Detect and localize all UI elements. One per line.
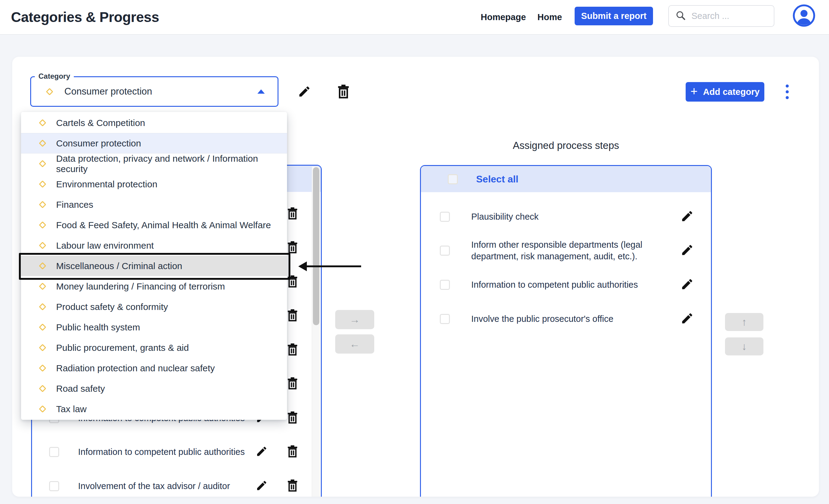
category-diamond-icon bbox=[39, 262, 46, 269]
nav-link-home[interactable]: Home bbox=[537, 0, 562, 34]
step-checkbox[interactable] bbox=[440, 212, 450, 222]
search-box[interactable] bbox=[668, 5, 774, 27]
assigned-steps-heading: Assigned process steps bbox=[420, 140, 712, 153]
select-all-checkbox[interactable] bbox=[448, 174, 458, 184]
dropdown-option[interactable]: Product safety & conformity bbox=[21, 296, 287, 317]
category-diamond-icon bbox=[39, 242, 46, 249]
category-diamond-icon bbox=[39, 405, 46, 412]
dropdown-option[interactable]: Data protection, privacy and network / I… bbox=[21, 153, 287, 174]
dropdown-option[interactable]: Road safety bbox=[21, 378, 287, 399]
annotation-arrow bbox=[305, 265, 361, 267]
pencil-icon bbox=[298, 95, 311, 99]
assigned-step-row: Involve the public prosecutor's office bbox=[421, 307, 711, 330]
category-diamond-icon bbox=[39, 385, 46, 392]
step-label: Information to competent public authorit… bbox=[471, 279, 673, 290]
chevron-up-icon[interactable] bbox=[257, 89, 265, 94]
category-diamond-icon bbox=[39, 323, 46, 331]
more-options-kebab-icon[interactable] bbox=[786, 83, 789, 101]
step-label: Information to competent public authorit… bbox=[78, 447, 249, 457]
delete-step-button[interactable] bbox=[286, 309, 299, 323]
edit-step-button[interactable] bbox=[256, 445, 268, 459]
nav-link-homepage[interactable]: Homepage bbox=[481, 0, 526, 34]
dropdown-option[interactable]: Public procurement, grants & aid bbox=[21, 337, 287, 358]
delete-step-button[interactable] bbox=[286, 241, 299, 255]
edit-step-button[interactable] bbox=[681, 278, 694, 292]
dropdown-option[interactable]: Finances bbox=[21, 194, 287, 215]
dropdown-option-selected[interactable]: Consumer protection bbox=[21, 133, 287, 153]
edit-category-button[interactable] bbox=[298, 85, 311, 99]
left-panel-scrollbar-track[interactable] bbox=[312, 167, 320, 497]
assigned-step-row: Information to competent public authorit… bbox=[421, 273, 711, 296]
delete-category-button[interactable] bbox=[336, 84, 351, 100]
step-row: Involvement of the tax advisor / auditor bbox=[32, 475, 321, 497]
delete-step-button[interactable] bbox=[286, 207, 299, 221]
edit-step-button[interactable] bbox=[681, 210, 694, 224]
category-diamond-icon bbox=[39, 303, 46, 310]
delete-step-button[interactable] bbox=[286, 411, 299, 425]
category-diamond-icon bbox=[39, 201, 46, 208]
category-diamond-icon bbox=[39, 160, 46, 167]
move-right-button[interactable]: → bbox=[335, 310, 374, 329]
step-row: Information to competent public authorit… bbox=[32, 441, 321, 463]
move-left-button[interactable]: ← bbox=[335, 334, 374, 354]
trash-icon bbox=[336, 96, 351, 100]
delete-step-button[interactable] bbox=[286, 479, 299, 493]
dropdown-option[interactable]: Public health system bbox=[21, 317, 287, 337]
submit-report-button[interactable]: Submit a report bbox=[575, 7, 653, 25]
step-checkbox[interactable] bbox=[440, 246, 450, 256]
dropdown-option[interactable]: Food & Feed Safety, Animal Health & Anim… bbox=[21, 215, 287, 235]
assigned-step-row: Plausibility check bbox=[421, 205, 711, 228]
dropdown-option[interactable]: Cartels & Competition bbox=[21, 113, 287, 133]
delete-step-button[interactable] bbox=[286, 445, 299, 459]
delete-step-button[interactable] bbox=[286, 377, 299, 391]
step-label: Plausibility check bbox=[471, 211, 673, 222]
step-checkbox[interactable] bbox=[49, 447, 59, 457]
dropdown-option[interactable]: Tax law bbox=[21, 399, 287, 419]
move-up-button[interactable]: ↑ bbox=[725, 313, 763, 331]
category-field-label: Category bbox=[35, 72, 74, 80]
edit-step-button[interactable] bbox=[681, 244, 694, 258]
select-all-label: Select all bbox=[476, 174, 518, 185]
step-checkbox[interactable] bbox=[440, 280, 450, 290]
dropdown-option[interactable]: Money laundering / Financing of terroris… bbox=[21, 276, 287, 296]
dropdown-option-highlighted[interactable]: Miscellaneous / Criminal action bbox=[21, 256, 287, 276]
annotation-arrow-head-icon bbox=[298, 261, 307, 271]
category-dropdown-list: Cartels & Competition Consumer protectio… bbox=[21, 112, 287, 420]
category-diamond-icon bbox=[39, 364, 46, 371]
category-select[interactable]: Consumer protection bbox=[30, 76, 279, 107]
dropdown-option[interactable]: Labour law environment bbox=[21, 235, 287, 256]
plus-icon: + bbox=[690, 84, 697, 98]
user-avatar-icon[interactable] bbox=[793, 4, 815, 27]
select-all-header: Select all bbox=[421, 166, 711, 192]
category-selected-value: Consumer protection bbox=[64, 86, 152, 97]
category-diamond-icon bbox=[39, 221, 46, 228]
app-header: Categories & Progress Homepage Home Subm… bbox=[0, 0, 829, 35]
search-icon bbox=[676, 10, 686, 22]
assigned-steps-panel: Select all Plausibility check Inform oth… bbox=[420, 165, 712, 497]
step-label: Involve the public prosecutor's office bbox=[471, 313, 673, 325]
edit-step-button[interactable] bbox=[256, 479, 268, 493]
category-diamond-icon bbox=[39, 344, 46, 351]
category-diamond-icon bbox=[39, 283, 46, 290]
assigned-step-row: Inform other responsible departments (le… bbox=[421, 239, 711, 262]
left-panel-scrollbar-thumb[interactable] bbox=[313, 167, 319, 325]
search-input[interactable] bbox=[691, 11, 765, 21]
category-diamond-icon bbox=[39, 119, 46, 126]
dropdown-option[interactable]: Environmental protection bbox=[21, 174, 287, 194]
category-diamond-icon bbox=[39, 180, 46, 188]
dropdown-option[interactable]: Radiation protection and nuclear safety bbox=[21, 358, 287, 378]
step-checkbox[interactable] bbox=[49, 481, 59, 491]
delete-step-button[interactable] bbox=[286, 343, 299, 357]
move-down-button[interactable]: ↓ bbox=[725, 337, 763, 355]
step-label: Involvement of the tax advisor / auditor bbox=[78, 481, 249, 491]
category-diamond-icon bbox=[39, 139, 46, 147]
edit-step-button[interactable] bbox=[681, 312, 694, 326]
page-title: Categories & Progress bbox=[11, 0, 159, 34]
add-category-button[interactable]: + Add category bbox=[686, 82, 764, 102]
step-label: Inform other responsible departments (le… bbox=[471, 239, 673, 262]
delete-step-button[interactable] bbox=[286, 275, 299, 289]
main-card: Category Consumer protection + Add categ… bbox=[12, 57, 819, 497]
step-checkbox[interactable] bbox=[440, 314, 450, 324]
category-diamond-icon bbox=[46, 88, 53, 95]
